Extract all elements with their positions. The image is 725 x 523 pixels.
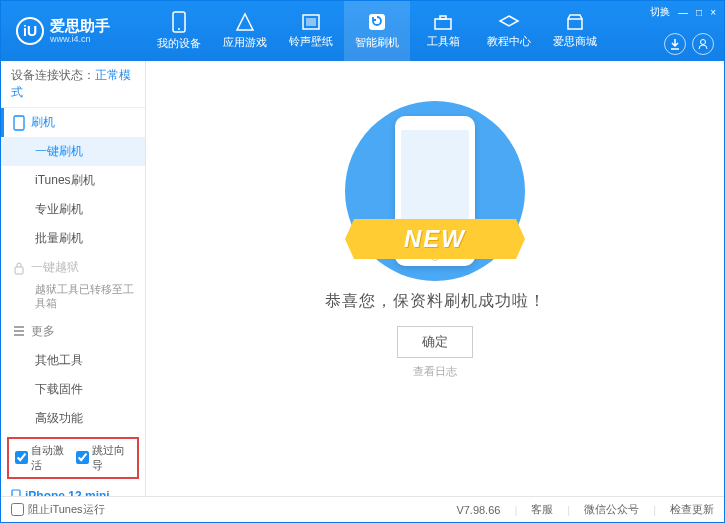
sidebar-section-more[interactable]: 更多 xyxy=(1,317,145,346)
success-message: 恭喜您，保资料刷机成功啦！ xyxy=(146,291,724,312)
nav-my-device[interactable]: 我的设备 xyxy=(146,1,212,61)
phone-icon xyxy=(13,115,25,131)
check-update-link[interactable]: 检查更新 xyxy=(670,502,714,517)
block-itunes-checkbox[interactable]: 阻止iTunes运行 xyxy=(11,502,105,517)
separator: | xyxy=(514,504,517,516)
nav-apps-games[interactable]: 应用游戏 xyxy=(212,1,278,61)
store-icon xyxy=(565,13,585,31)
user-button[interactable] xyxy=(692,33,714,55)
nav-smart-flash[interactable]: 智能刷机 xyxy=(344,1,410,61)
device-info[interactable]: iPhone 12 mini 64GB Down-12mini-13,1 xyxy=(1,483,145,496)
status-bar: 阻止iTunes运行 V7.98.66 | 客服 | 微信公众号 | 检查更新 xyxy=(1,496,724,522)
nav-tutorials[interactable]: 教程中心 xyxy=(476,1,542,61)
block-itunes-input[interactable] xyxy=(11,503,24,516)
svg-rect-10 xyxy=(15,267,23,274)
nav-ringtone-wallpaper[interactable]: 铃声壁纸 xyxy=(278,1,344,61)
svg-rect-6 xyxy=(440,16,446,19)
wechat-link[interactable]: 微信公众号 xyxy=(584,502,639,517)
version-label: V7.98.66 xyxy=(456,504,500,516)
header-actions xyxy=(664,33,714,55)
nav-label: 应用游戏 xyxy=(223,35,267,50)
nav-label: 我的设备 xyxy=(157,36,201,51)
main-body: 设备连接状态：正常模式 刷机 一键刷机 iTunes刷机 专业刷机 批量刷机 一… xyxy=(1,61,724,496)
lock-icon xyxy=(13,261,25,275)
menu-icon xyxy=(13,325,25,337)
status-label: 设备连接状态： xyxy=(11,68,95,82)
main-nav: 我的设备 应用游戏 铃声壁纸 智能刷机 工具箱 教程中心 xyxy=(146,1,608,61)
phone-icon xyxy=(11,489,21,496)
app-name: 爱思助手 xyxy=(50,18,110,35)
svg-rect-5 xyxy=(435,19,451,29)
nav-store[interactable]: 爱思商城 xyxy=(542,1,608,61)
sidebar: 设备连接状态：正常模式 刷机 一键刷机 iTunes刷机 专业刷机 批量刷机 一… xyxy=(1,61,146,496)
new-ribbon: NEW xyxy=(345,219,525,259)
logo-icon: iU xyxy=(16,17,44,45)
checkbox-label: 跳过向导 xyxy=(92,443,131,473)
logo: iU 爱思助手 www.i4.cn xyxy=(1,17,146,45)
nav-label: 智能刷机 xyxy=(355,35,399,50)
flash-sublist: 一键刷机 iTunes刷机 专业刷机 批量刷机 xyxy=(1,137,145,253)
view-log-link[interactable]: 查看日志 xyxy=(146,364,724,379)
download-icon xyxy=(669,38,681,50)
app-window: iU 爱思助手 www.i4.cn 我的设备 应用游戏 铃声壁纸 智能刷机 xyxy=(0,0,725,523)
minimize-button[interactable]: — xyxy=(678,7,688,18)
phone-icon xyxy=(170,11,188,33)
sidebar-section-flash[interactable]: 刷机 xyxy=(1,108,145,137)
nav-toolbox[interactable]: 工具箱 xyxy=(410,1,476,61)
window-controls: 切换 — □ × xyxy=(650,5,716,19)
refresh-icon xyxy=(367,12,387,32)
switch-button[interactable]: 切换 xyxy=(650,5,670,19)
toolbox-icon xyxy=(433,13,453,31)
section-title: 更多 xyxy=(31,323,55,340)
graduation-icon xyxy=(498,13,520,31)
statusbar-right: V7.98.66 | 客服 | 微信公众号 | 检查更新 xyxy=(456,502,714,517)
sidebar-item-advanced[interactable]: 高级功能 xyxy=(1,404,145,433)
nav-label: 爱思商城 xyxy=(553,34,597,49)
more-sublist: 其他工具 下载固件 高级功能 xyxy=(1,346,145,433)
skip-guide-checkbox[interactable]: 跳过向导 xyxy=(76,443,131,473)
auto-activate-input[interactable] xyxy=(15,451,28,464)
sidebar-item-download-firmware[interactable]: 下载固件 xyxy=(1,375,145,404)
content-area: NEW 恭喜您，保资料刷机成功啦！ 确定 查看日志 xyxy=(146,61,724,496)
svg-rect-7 xyxy=(568,19,582,29)
download-button[interactable] xyxy=(664,33,686,55)
nav-label: 工具箱 xyxy=(427,34,460,49)
apps-icon xyxy=(235,12,255,32)
user-icon xyxy=(697,38,709,50)
confirm-button[interactable]: 确定 xyxy=(397,326,473,358)
sidebar-item-other-tools[interactable]: 其他工具 xyxy=(1,346,145,375)
svg-rect-9 xyxy=(14,116,24,130)
options-row: 自动激活 跳过向导 xyxy=(7,437,139,479)
separator: | xyxy=(653,504,656,516)
sidebar-item-itunes-flash[interactable]: iTunes刷机 xyxy=(1,166,145,195)
sidebar-item-pro-flash[interactable]: 专业刷机 xyxy=(1,195,145,224)
app-url: www.i4.cn xyxy=(50,34,110,44)
wallpaper-icon xyxy=(301,13,321,31)
device-name-text: iPhone 12 mini xyxy=(25,489,110,496)
nav-label: 铃声壁纸 xyxy=(289,34,333,49)
nav-label: 教程中心 xyxy=(487,34,531,49)
checkbox-label: 阻止iTunes运行 xyxy=(28,502,105,517)
sidebar-item-batch-flash[interactable]: 批量刷机 xyxy=(1,224,145,253)
success-illustration: NEW xyxy=(325,101,545,281)
svg-point-8 xyxy=(701,40,706,45)
device-name: iPhone 12 mini xyxy=(11,489,135,496)
section-title: 刷机 xyxy=(31,114,55,131)
sidebar-section-jailbreak[interactable]: 一键越狱 xyxy=(1,253,145,282)
customer-service-link[interactable]: 客服 xyxy=(531,502,553,517)
maximize-button[interactable]: □ xyxy=(696,7,702,18)
jailbreak-note: 越狱工具已转移至工具箱 xyxy=(1,282,145,317)
connection-status: 设备连接状态：正常模式 xyxy=(1,61,145,108)
auto-activate-checkbox[interactable]: 自动激活 xyxy=(15,443,70,473)
close-button[interactable]: × xyxy=(710,7,716,18)
skip-guide-input[interactable] xyxy=(76,451,89,464)
statusbar-left: 阻止iTunes运行 xyxy=(11,502,105,517)
section-title: 一键越狱 xyxy=(31,259,79,276)
svg-point-1 xyxy=(178,28,180,30)
logo-text: 爱思助手 www.i4.cn xyxy=(50,18,110,45)
title-bar: iU 爱思助手 www.i4.cn 我的设备 应用游戏 铃声壁纸 智能刷机 xyxy=(1,1,724,61)
separator: | xyxy=(567,504,570,516)
sidebar-item-one-key-flash[interactable]: 一键刷机 xyxy=(1,137,145,166)
svg-rect-3 xyxy=(306,18,316,26)
checkbox-label: 自动激活 xyxy=(31,443,70,473)
